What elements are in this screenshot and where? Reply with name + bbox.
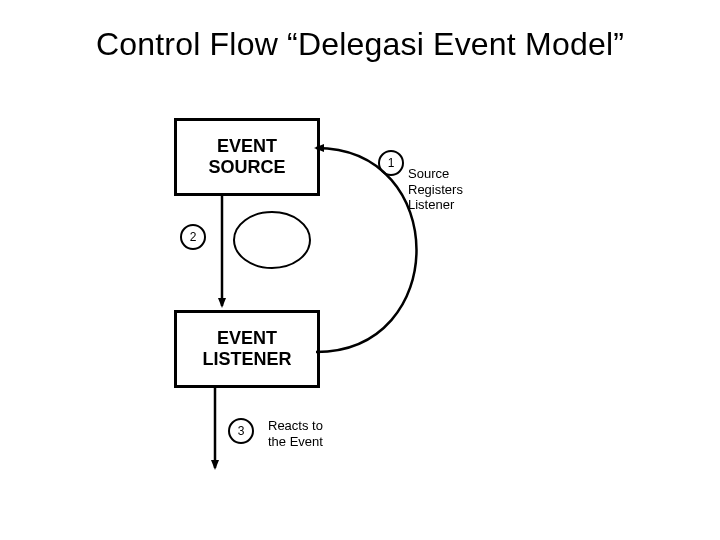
step-2-circle: 2 [180,224,206,250]
diagram-container: EVENT SOURCE EVENT LISTENER 1 Source Reg… [160,100,580,520]
step-3-circle: 3 [228,418,254,444]
step-1-label: Source Registers Listener [408,166,478,213]
slide-title: Control Flow “Delegasi Event Model” [0,26,720,63]
event-listener-box: EVENT LISTENER [174,310,320,388]
step-2-label: Fires an Event Object [242,220,302,267]
event-source-label: EVENT SOURCE [208,136,285,177]
step-1-circle: 1 [378,150,404,176]
slide: Control Flow “Delegasi Event Model” EVEN… [0,0,720,540]
event-source-box: EVENT SOURCE [174,118,320,196]
step-2-number: 2 [190,230,197,244]
step-1-number: 1 [388,156,395,170]
step-3-label: Reacts to the Event [268,418,338,449]
arc-register-listener [316,148,417,352]
step-3-number: 3 [238,424,245,438]
event-listener-label: EVENT LISTENER [202,328,291,369]
